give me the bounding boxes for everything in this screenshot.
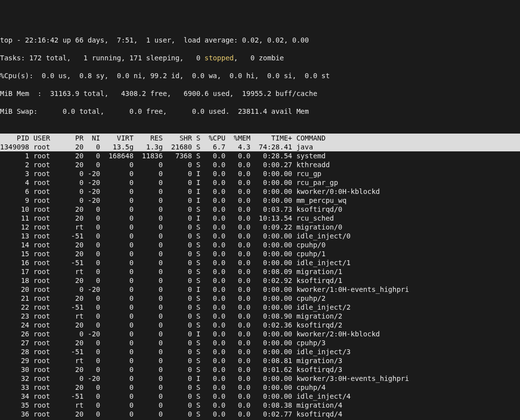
process-row[interactable]: 18 root 20 0 0 0 0 S 0.0 0.0 0:02.92 kso…	[0, 277, 342, 284]
process-row[interactable]: 1 root 20 0 168648 11836 7368 S 0.0 0.0 …	[0, 152, 325, 160]
process-row[interactable]: 11 root 20 0 0 0 0 I 0.0 0.0 10:13.54 rc…	[0, 214, 334, 222]
process-row[interactable]: 15 root 20 0 0 0 0 S 0.0 0.0 0:00.00 cpu…	[0, 250, 325, 258]
tasks-line: Tasks: 172 total, 1 running, 171 sleepin…	[0, 54, 284, 62]
process-row[interactable]: 17 root rt 0 0 0 0 S 0.0 0.0 0:08.09 mig…	[0, 268, 342, 276]
summary-line: top - 22:16:42 up 66 days, 7:51, 1 user,…	[0, 36, 309, 44]
process-row[interactable]: 13 root -51 0 0 0 0 S 0.0 0.0 0:00.00 id…	[0, 232, 351, 240]
process-row[interactable]: 20 root 0 -20 0 0 0 I 0.0 0.0 0:00.00 kw…	[0, 285, 409, 293]
process-row[interactable]: 36 root 20 0 0 0 0 S 0.0 0.0 0:02.77 kso…	[0, 410, 342, 418]
process-row[interactable]: 12 root rt 0 0 0 0 S 0.0 0.0 0:09.22 mig…	[0, 223, 342, 231]
process-row[interactable]: 6 root 0 -20 0 0 0 I 0.0 0.0 0:00.00 kwo…	[0, 187, 380, 195]
process-row[interactable]: 3 root 0 -20 0 0 0 I 0.0 0.0 0:00.00 rcu…	[0, 170, 321, 178]
column-header-row[interactable]: PID USER PR NI VIRT RES SHR S %CPU %MEM …	[0, 134, 520, 142]
process-row[interactable]: 30 root 20 0 0 0 0 S 0.0 0.0 0:01.62 kso…	[0, 366, 342, 373]
swap-line: MiB Swap: 0.0 total, 0.0 free, 0.0 used.…	[0, 107, 309, 115]
process-row[interactable]: 26 root 0 -20 0 0 0 I 0.0 0.0 0:00.00 kw…	[0, 330, 380, 338]
process-row[interactable]: 4 root 0 -20 0 0 0 I 0.0 0.0 0:00.00 rcu…	[0, 179, 338, 187]
process-row[interactable]: 29 root rt 0 0 0 0 S 0.0 0.0 0:08.81 mig…	[0, 357, 342, 365]
process-row[interactable]: 16 root -51 0 0 0 0 S 0.0 0.0 0:00.00 id…	[0, 259, 351, 267]
process-row[interactable]: 2 root 20 0 0 0 0 S 0.0 0.0 0:00.27 kthr…	[0, 161, 330, 169]
process-row[interactable]: 32 root 0 -20 0 0 0 I 0.0 0.0 0:00.00 kw…	[0, 374, 409, 382]
process-row[interactable]: 28 root -51 0 0 0 0 S 0.0 0.0 0:00.00 id…	[0, 348, 351, 356]
process-row[interactable]: 9 root 0 -20 0 0 0 I 0.0 0.0 0:00.00 mm_…	[0, 196, 347, 204]
process-table[interactable]: 1349098 root 20 0 13.5g 1.3g 21680 S 6.7…	[0, 142, 520, 420]
process-row[interactable]: 14 root 20 0 0 0 0 S 0.0 0.0 0:00.00 cpu…	[0, 241, 325, 249]
process-row[interactable]: 10 root 20 0 0 0 0 S 0.0 0.0 0:03.73 kso…	[0, 205, 342, 213]
process-row[interactable]: 24 root 20 0 0 0 0 S 0.0 0.0 0:02.36 kso…	[0, 321, 342, 329]
process-row[interactable]: 21 root 20 0 0 0 0 S 0.0 0.0 0:00.00 cpu…	[0, 294, 325, 302]
process-row[interactable]: 33 root 20 0 0 0 0 S 0.0 0.0 0:00.00 cpu…	[0, 383, 325, 391]
process-row[interactable]: 23 root rt 0 0 0 0 S 0.0 0.0 0:08.90 mig…	[0, 312, 342, 320]
mem-line: MiB Mem : 31163.9 total, 4308.2 free, 69…	[0, 90, 317, 97]
process-row[interactable]: 34 root -51 0 0 0 0 S 0.0 0.0 0:00.00 id…	[0, 392, 351, 400]
process-row[interactable]: 22 root -51 0 0 0 0 S 0.0 0.0 0:00.00 id…	[0, 303, 351, 311]
process-row[interactable]: 35 root rt 0 0 0 0 S 0.0 0.0 0:08.38 mig…	[0, 401, 342, 409]
process-row[interactable]: 27 root 20 0 0 0 0 S 0.0 0.0 0:00.00 cpu…	[0, 339, 325, 347]
process-row[interactable]: 1349098 root 20 0 13.5g 1.3g 21680 S 6.7…	[0, 142, 520, 151]
cpu-line: %Cpu(s): 0.0 us, 0.8 sy, 0.0 ni, 99.2 id…	[0, 72, 330, 80]
